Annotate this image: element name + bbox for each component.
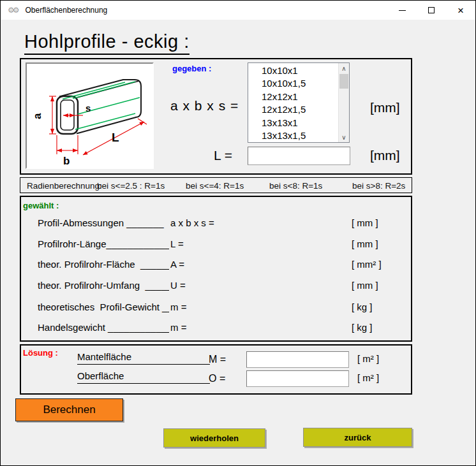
row-unit: [ mm² ]	[352, 259, 382, 270]
close-icon: ×	[457, 5, 464, 16]
minimize-button[interactable]	[387, 1, 417, 20]
profile-listbox[interactable]: 10x10x1 10x10x1,5 12x12x1 12x12x1,5 13x1…	[248, 62, 350, 143]
app-window: ⚙⚙ Oberflächenberechnung × Hohlprofile -…	[0, 0, 476, 466]
list-item[interactable]: 12x12x1,5	[248, 103, 338, 116]
row-unit: [ m² ]	[357, 353, 379, 364]
mantelflaeche-input[interactable]	[246, 351, 349, 368]
minimize-icon	[399, 10, 406, 11]
row-unit: [ mm ]	[352, 280, 378, 291]
given-groupbox: a b s L gegeben : 10x10x1 10x10x1,5 12x1…	[20, 58, 412, 175]
axbxs-label: a x b x s =	[170, 98, 239, 113]
oberflaeche-input[interactable]	[246, 370, 349, 387]
dim-label-b: b	[63, 155, 70, 167]
row-name: theor. Profilrohr-Umfang _____	[38, 280, 169, 291]
profile-diagram: a b s L	[26, 62, 154, 169]
listbox-scrollbar[interactable]: ∧ ∨	[338, 63, 349, 142]
row-symbol: O =	[209, 373, 225, 384]
chosen-groupbox: gewählt : Profil-Abmessungen _______ a x…	[20, 196, 412, 342]
maximize-icon	[428, 7, 435, 13]
solution-row: Mantelfläche M = [ m² ]	[21, 351, 411, 370]
chosen-label: gewählt :	[23, 201, 59, 210]
radius-rule: bei s>8: R=2s	[352, 180, 405, 190]
chosen-row: Profilrohr-Länge____________ L = [ mm ]	[21, 238, 411, 259]
row-unit: [ mm ]	[352, 217, 378, 228]
maximize-button[interactable]	[417, 1, 446, 20]
tube-drawing: a b s L	[27, 64, 152, 168]
radius-rule: bei s<=2.5 : R=1s	[97, 180, 165, 190]
radius-rule: bei s<=4: R=1s	[186, 180, 244, 190]
given-label: gegeben :	[172, 64, 211, 73]
length-label: L =	[214, 148, 232, 163]
unit-mm-label: [mm]	[370, 100, 400, 115]
row-name: Profilrohr-Länge____________	[38, 238, 169, 249]
row-symbol: m =	[170, 302, 186, 312]
content-area: Hohlprofile - eckig :	[1, 20, 475, 465]
row-name: theor. Profilrohr-Fläche ______	[38, 259, 169, 270]
row-symbol: m =	[170, 322, 186, 333]
radius-rule-strip: Radienberechnung: bei s<=2.5 : R=1s bei …	[20, 177, 412, 193]
row-symbol: U =	[170, 280, 186, 291]
list-item[interactable]: 10x10x1	[248, 64, 338, 77]
gears-icon: ⚙⚙	[8, 6, 18, 15]
close-button[interactable]: ×	[446, 1, 475, 20]
list-item[interactable]: 10x10x1,5	[248, 77, 338, 90]
list-item[interactable]: 13x13x1,5	[248, 129, 338, 142]
row-name: Oberfläche	[77, 370, 210, 384]
radius-rule-label: Radienberechnung:	[27, 180, 102, 190]
solution-groupbox: Lösung : Mantelfläche M = [ m² ] Oberflä…	[20, 344, 412, 395]
row-unit: [ mm ]	[352, 238, 378, 249]
row-symbol: L =	[170, 238, 184, 249]
row-name: theoretisches Profil-Gewicht ___	[38, 302, 169, 312]
scrollbar-thumb[interactable]	[339, 74, 348, 89]
page-title: Hohlprofile - eckig :	[24, 31, 190, 55]
dim-label-a: a	[31, 113, 43, 119]
chosen-row: theor. Profilrohr-Fläche ______ A = [ mm…	[21, 259, 411, 280]
chosen-row: Handelsgewicht ____________ m = [ kg ]	[21, 322, 411, 343]
row-name: Profil-Abmessungen _______	[38, 217, 169, 228]
scrollbar-up-icon[interactable]: ∧	[339, 63, 349, 73]
unit-mm-label: [mm]	[370, 148, 400, 163]
calculate-button[interactable]: Berechnen	[15, 398, 123, 421]
window-title: Oberflächenberechnung	[26, 6, 108, 15]
titlebar: ⚙⚙ Oberflächenberechnung ×	[1, 1, 475, 20]
row-symbol: A =	[170, 259, 184, 270]
list-item[interactable]: 12x12x1	[248, 91, 338, 103]
chosen-row: theor. Profilrohr-Umfang _____ U = [ mm …	[21, 280, 411, 301]
chosen-row: Profil-Abmessungen _______ a x b x s = […	[21, 217, 411, 238]
scrollbar-down-icon[interactable]: ∨	[339, 132, 349, 142]
dim-label-L: L	[112, 131, 119, 144]
dim-label-s: s	[86, 103, 91, 113]
back-button[interactable]: zurück	[303, 428, 412, 447]
row-unit: [ kg ]	[352, 322, 373, 333]
row-name: Handelsgewicht ____________	[38, 322, 169, 333]
row-symbol: M =	[209, 354, 226, 365]
row-unit: [ kg ]	[352, 302, 373, 312]
row-symbol: a x b x s =	[170, 217, 214, 228]
repeat-button[interactable]: wiederholen	[163, 428, 265, 448]
list-item[interactable]: 13x13x1	[248, 117, 338, 129]
row-unit: [ m² ]	[357, 372, 379, 383]
length-input[interactable]	[248, 147, 350, 165]
chosen-row: theoretisches Profil-Gewicht ___ m = [ k…	[21, 302, 411, 323]
row-name: Mantelfläche	[77, 351, 210, 365]
solution-row: Oberfläche O = [ m² ]	[21, 370, 411, 390]
radius-rule: bei s<8: R=1s	[269, 180, 322, 190]
